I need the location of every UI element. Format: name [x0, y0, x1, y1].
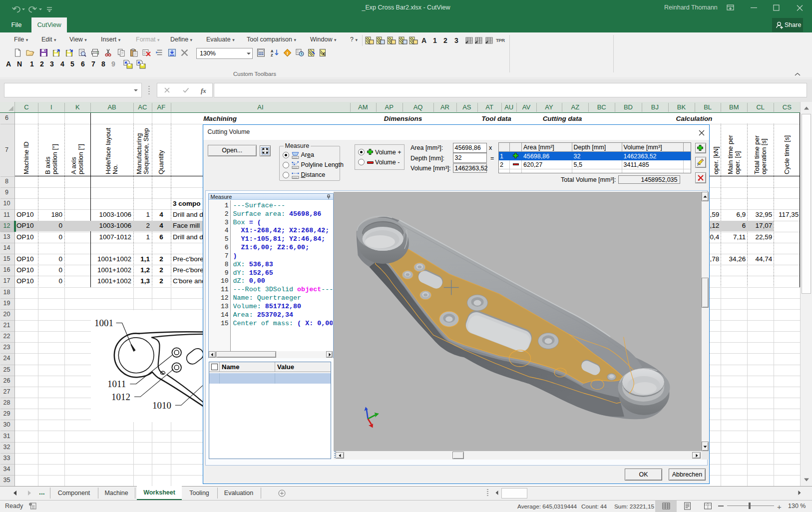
- svg-text:!: !: [287, 50, 288, 56]
- svg-text:€: €: [323, 51, 326, 56]
- svg-text:Z: Z: [271, 53, 273, 57]
- svg-text:1012: 1012: [111, 392, 130, 402]
- svg-text:fx: fx: [201, 87, 206, 94]
- svg-text:1010: 1010: [152, 400, 171, 411]
- svg-text:1011: 1011: [107, 379, 126, 389]
- svg-text:1001: 1001: [94, 318, 113, 328]
